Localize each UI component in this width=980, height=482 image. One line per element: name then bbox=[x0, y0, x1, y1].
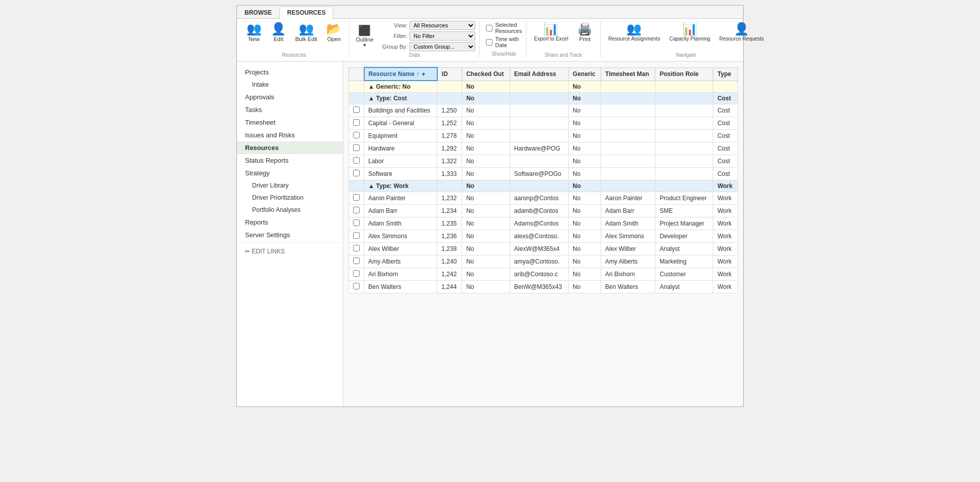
sidebar-item-strategy[interactable]: Strategy bbox=[237, 167, 343, 179]
group-type-cost-type: Cost bbox=[713, 93, 738, 104]
selected-resources-checkbox[interactable] bbox=[486, 25, 493, 31]
row-email: arib@Contoso.c bbox=[510, 268, 568, 281]
row-checked-out: No bbox=[462, 281, 510, 293]
row-name: Aaron Painter bbox=[364, 192, 437, 205]
row-checkbox[interactable] bbox=[353, 232, 360, 239]
row-position bbox=[655, 104, 713, 117]
row-timesheet bbox=[601, 142, 655, 155]
sidebar-item-tasks[interactable]: Tasks bbox=[237, 103, 343, 116]
showhide-group-label: Show/Hide bbox=[486, 51, 522, 57]
bulk-edit-icon: 👥 bbox=[299, 23, 314, 35]
sidebar-item-projects[interactable]: Projects bbox=[237, 66, 343, 79]
row-email: AlexW@M365x4 bbox=[510, 243, 568, 255]
group-generic-no-type bbox=[713, 81, 738, 93]
sidebar-item-server-settings[interactable]: Server Settings bbox=[237, 229, 343, 241]
row-generic: No bbox=[569, 192, 601, 205]
row-position: Product Engineer bbox=[655, 192, 713, 205]
col-checkbox bbox=[349, 67, 364, 81]
selected-resources-checkbox-row[interactable]: Selected Resources bbox=[486, 22, 522, 34]
row-checkbox[interactable] bbox=[353, 106, 360, 113]
sidebar-divider bbox=[237, 242, 343, 243]
row-checkbox[interactable] bbox=[353, 170, 360, 176]
capacity-planning-icon: 📊 bbox=[682, 23, 697, 35]
outline-dropdown-arrow: ▼ bbox=[362, 43, 367, 48]
row-timesheet: Amy Alberts bbox=[601, 255, 655, 268]
row-checkbox[interactable] bbox=[353, 157, 360, 164]
row-id: 1,235 bbox=[437, 217, 462, 230]
group-type-cost-position bbox=[655, 93, 713, 104]
sidebar-item-approvals[interactable]: Approvals bbox=[237, 91, 343, 103]
view-select[interactable]: All Resources bbox=[409, 21, 475, 30]
row-name: Alex Wilber bbox=[364, 243, 437, 255]
row-type: Work bbox=[713, 243, 738, 255]
app-container: BROWSE RESOURCES 👥 New 👤 Edit 👥 Bulk Edi… bbox=[236, 5, 744, 407]
sidebar-item-status-reports[interactable]: Status Reports bbox=[237, 154, 343, 167]
ribbon-group-navigate-buttons: 👥 Resource Assignments 📊 Capacity Planni… bbox=[605, 21, 767, 51]
new-icon: 👥 bbox=[247, 23, 262, 35]
row-position bbox=[655, 130, 713, 142]
row-checkbox[interactable] bbox=[353, 194, 360, 201]
resource-requests-button[interactable]: 👤 Resource Requests bbox=[716, 21, 767, 44]
row-checkbox[interactable] bbox=[353, 245, 360, 251]
row-id: 1,252 bbox=[437, 117, 462, 130]
row-checkbox[interactable] bbox=[353, 270, 360, 277]
sidebar-item-portfolio-analyses[interactable]: Portfolio Analyses bbox=[237, 204, 343, 216]
outline-icon: ⬛ bbox=[358, 24, 371, 36]
row-generic: No bbox=[569, 281, 601, 293]
export-excel-button[interactable]: 📊 Export to Excel bbox=[531, 21, 572, 44]
row-checkbox[interactable] bbox=[353, 119, 360, 126]
print-button[interactable]: 🖨️ Print bbox=[574, 21, 596, 44]
resource-assignments-button[interactable]: 👥 Resource Assignments bbox=[605, 21, 663, 44]
print-label: Print bbox=[579, 36, 591, 42]
outline-button[interactable]: ⬛ Outline ▼ bbox=[354, 23, 375, 49]
ribbon-group-share-track-buttons: 📊 Export to Excel 🖨️ Print bbox=[531, 21, 596, 51]
row-name: Buildings and Facilities bbox=[364, 104, 437, 117]
sidebar-item-timesheet[interactable]: Timesheet bbox=[237, 116, 343, 129]
row-checkbox[interactable] bbox=[353, 283, 360, 289]
row-checkbox[interactable] bbox=[353, 257, 360, 264]
row-timesheet: Alex Wilber bbox=[601, 243, 655, 255]
sidebar-item-driver-library[interactable]: Driver Library bbox=[237, 179, 343, 192]
new-button[interactable]: 👥 New bbox=[243, 21, 265, 44]
row-checkbox[interactable] bbox=[353, 207, 360, 213]
sidebar-item-intake[interactable]: Intake bbox=[237, 79, 343, 91]
group-type-cost-row: ▲ Type: Cost No No Cost bbox=[349, 93, 738, 104]
filter-select[interactable]: No Filter bbox=[409, 31, 475, 41]
group-type-work-label: ▲ Type: Work bbox=[364, 180, 437, 192]
resource-assignments-label: Resource Assignments bbox=[608, 36, 660, 42]
col-resource-name-dropdown[interactable]: ▼ bbox=[421, 71, 426, 77]
sidebar-item-reports[interactable]: Reports bbox=[237, 216, 343, 229]
ribbon-group-resources: 👥 New 👤 Edit 👥 Bulk Edit 📂 Open Resource… bbox=[241, 21, 349, 58]
row-email bbox=[510, 155, 568, 168]
time-with-date-checkbox[interactable] bbox=[486, 39, 493, 46]
row-generic: No bbox=[569, 117, 601, 130]
data-group-label-show: Data bbox=[354, 52, 475, 58]
table-area: Resource Name ↑ ▼ ID Checked Out Email A… bbox=[343, 62, 743, 406]
time-with-date-checkbox-row[interactable]: Time with Date bbox=[486, 36, 522, 48]
row-generic: No bbox=[569, 230, 601, 243]
row-checkbox[interactable] bbox=[353, 219, 360, 226]
groupby-select[interactable]: Custom Group... bbox=[409, 42, 475, 51]
tab-browse[interactable]: BROWSE bbox=[237, 7, 279, 18]
row-generic: No bbox=[569, 142, 601, 155]
sidebar-item-issues-risks[interactable]: Issues and Risks bbox=[237, 129, 343, 141]
open-button[interactable]: 📂 Open bbox=[323, 21, 345, 44]
sidebar-item-resources[interactable]: Resources bbox=[237, 141, 343, 154]
group-type-work-generic: No bbox=[569, 180, 601, 192]
sidebar-item-driver-prioritization[interactable]: Driver Prioritization bbox=[237, 192, 343, 204]
bulk-edit-button[interactable]: 👥 Bulk Edit bbox=[292, 21, 321, 44]
capacity-planning-button[interactable]: 📊 Capacity Planning bbox=[666, 21, 714, 44]
table-row: Alex Wilber 1,238 No AlexW@M365x4 No Ale… bbox=[349, 243, 738, 255]
row-name: Software bbox=[364, 168, 437, 180]
row-checked-out: No bbox=[462, 130, 510, 142]
table-row: Alex Simmons 1,236 No alexs@Contoso. No … bbox=[349, 230, 738, 243]
edit-links-button[interactable]: ✏ EDIT LINKS bbox=[237, 244, 343, 259]
edit-button[interactable]: 👤 Edit bbox=[267, 21, 290, 44]
tab-resources[interactable]: RESOURCES bbox=[279, 7, 333, 19]
row-checked-out: No bbox=[462, 217, 510, 230]
row-checkbox[interactable] bbox=[353, 132, 360, 138]
row-position: Analyst bbox=[655, 243, 713, 255]
row-id: 1,236 bbox=[437, 230, 462, 243]
col-resource-name[interactable]: Resource Name ↑ ▼ bbox=[364, 67, 437, 81]
row-checkbox[interactable] bbox=[353, 144, 360, 151]
